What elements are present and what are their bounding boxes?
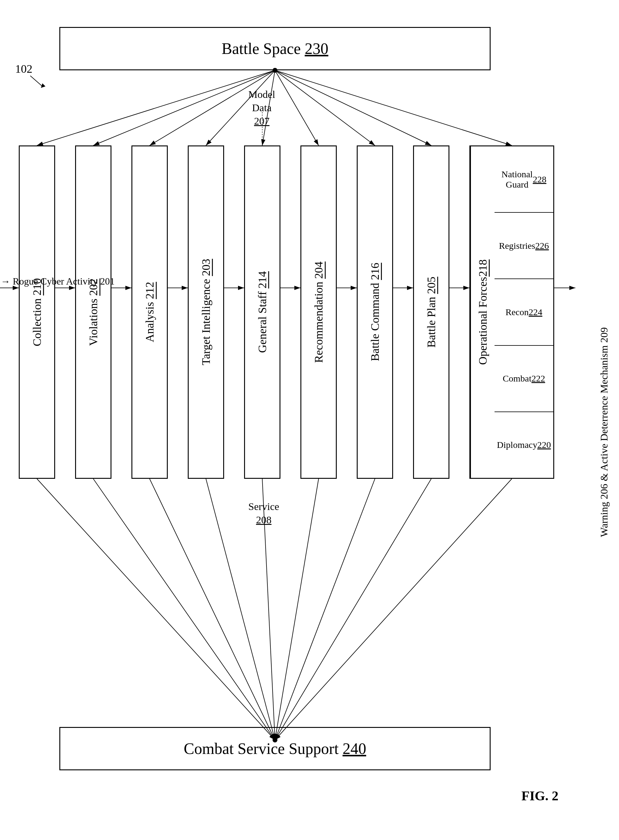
svg-line-20 (275, 479, 375, 740)
svg-line-5 (37, 70, 275, 145)
model-data-num: 207 (254, 115, 269, 127)
label-102-arrow: 102 (12, 61, 51, 91)
svg-line-19 (275, 479, 318, 740)
violations-label: Violations 202 (87, 279, 100, 346)
model-data-label: ModelData207 (248, 88, 275, 128)
svg-line-6 (93, 70, 275, 145)
battle-space-box: Battle Space 230 (59, 27, 490, 70)
recon-num: 224 (529, 307, 543, 317)
combat-num: 222 (531, 373, 545, 383)
svg-line-22 (275, 479, 512, 740)
collection-label: Collection 210 (30, 278, 43, 346)
svg-line-1 (30, 76, 42, 86)
combat-support-label: Combat Service Support 240 (184, 740, 366, 758)
battle-command-label: Battle Command 216 (368, 263, 381, 361)
battle-command-num: 216 (369, 263, 381, 280)
battle-plan-label: Battle Plan 205 (425, 277, 438, 347)
target-intelligence-label: Target Intelligence 203 (199, 259, 212, 365)
analysis-label: Analysis 212 (143, 282, 156, 343)
svg-line-11 (275, 70, 375, 145)
battle-plan-box: Battle Plan 205 (413, 145, 449, 479)
service-num: 208 (256, 514, 271, 526)
svg-line-10 (275, 70, 318, 145)
collection-box: Collection 210 (19, 145, 55, 479)
analysis-num: 212 (143, 282, 156, 299)
combat-service-support-box: Combat Service Support 240 (59, 727, 490, 770)
sub-boxes-container: NationalGuard 228 Registries 226 Recon 2… (495, 146, 553, 478)
warning-label: Warning 206 & Active Deterrence Mechanis… (598, 327, 610, 537)
svg-line-21 (275, 479, 431, 740)
target-intelligence-box: Target Intelligence 203 (188, 145, 224, 479)
general-staff-label: General Staff 214 (256, 271, 269, 353)
operational-forces-box: Operational Forces 218 NationalGuard 228… (469, 145, 554, 479)
general-staff-box: General Staff 214 (244, 145, 280, 479)
registries-num: 226 (535, 241, 549, 251)
target-intelligence-num: 203 (200, 259, 212, 276)
svg-line-15 (93, 479, 275, 740)
collection-num: 210 (31, 278, 43, 295)
battle-space-num: 230 (305, 40, 328, 57)
svg-text:102: 102 (15, 63, 32, 75)
registries-subbox: Registries 226 (495, 213, 553, 279)
operational-forces-num: 218 (476, 259, 489, 277)
recon-subbox: Recon 224 (495, 279, 553, 346)
diplomacy-subbox: Diplomacy 220 (495, 412, 553, 478)
recommendation-box: Recommendation 204 (301, 145, 337, 479)
battle-plan-num: 205 (425, 277, 438, 294)
svg-line-13 (275, 70, 512, 145)
general-staff-num: 214 (256, 271, 269, 289)
fig-label: FIG. 2 (522, 788, 558, 804)
national-guard-num: 228 (533, 174, 546, 184)
combat-support-num: 240 (342, 740, 366, 757)
battle-command-box: Battle Command 216 (357, 145, 393, 479)
operational-forces-label: Operational Forces 218 (470, 146, 495, 478)
svg-line-14 (37, 479, 275, 740)
national-guard-subbox: NationalGuard 228 (495, 146, 553, 213)
svg-line-12 (275, 70, 431, 145)
violations-num: 202 (87, 279, 100, 296)
violations-box: Violations 202 (75, 145, 111, 479)
analysis-box: Analysis 212 (132, 145, 168, 479)
diplomacy-num: 220 (537, 440, 551, 450)
recommendation-num: 204 (312, 262, 325, 279)
recommendation-label: Recommendation 204 (312, 262, 325, 363)
service-label: Service208 (248, 500, 279, 527)
battle-space-label: Battle Space 230 (222, 40, 328, 58)
combat-subbox: Combat 222 (495, 346, 553, 412)
page: Battle Space 230 102 Combat Service Supp… (0, 0, 619, 840)
